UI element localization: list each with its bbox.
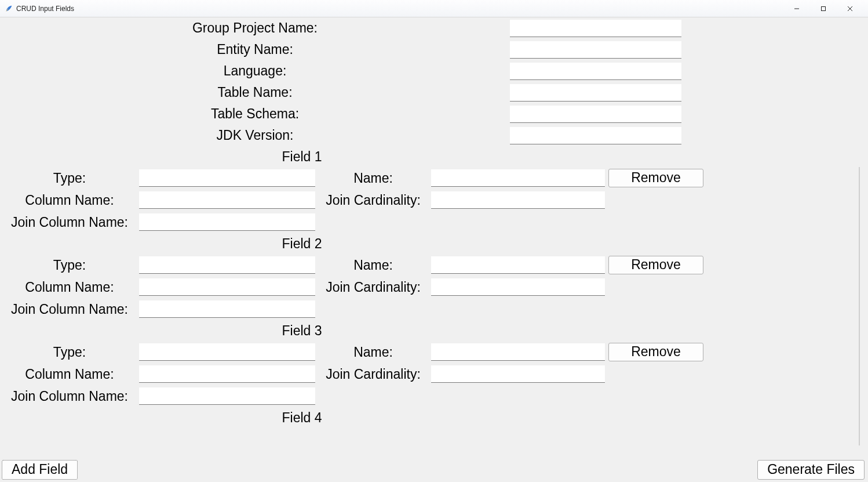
field3-input-join-cardinality[interactable] [431,365,605,383]
field1-input-column-name[interactable] [139,191,315,209]
field2-row-type-name: Type: Name: Remove [0,254,745,276]
row-entity-name: Entity Name: [0,39,745,60]
field2-label-column-name: Column Name: [0,280,139,295]
svg-rect-1 [822,6,826,10]
field2-input-column-name[interactable] [139,278,315,296]
label-group-project-name: Group Project Name: [0,20,510,36]
field3-input-column-name[interactable] [139,365,315,383]
field2-label-join-column-name: Join Column Name: [0,302,139,317]
input-table-schema[interactable] [510,106,681,123]
field-header-1: Field 1 [0,146,604,167]
field1-row-type-name: Type: Name: Remove [0,167,745,189]
field2-label-name: Name: [315,258,431,273]
field1-input-name[interactable] [431,169,605,187]
field3-row-column-join: Column Name: Join Cardinality: [0,363,745,385]
field2-row-column-join: Column Name: Join Cardinality: [0,276,745,298]
field-header-3: Field 3 [0,320,604,341]
row-table-name: Table Name: [0,82,745,103]
field1-input-join-column-name[interactable] [139,213,315,231]
add-field-button[interactable]: Add Field [2,460,78,480]
field2-input-join-column-name[interactable] [139,300,315,318]
scrollbar-track[interactable] [859,167,860,445]
window-title: CRUD Input Fields [16,5,74,13]
input-group-project-name[interactable] [510,20,681,37]
field1-label-join-column-name: Join Column Name: [0,215,139,230]
field2-input-name[interactable] [431,256,605,274]
field2-label-type: Type: [0,258,139,273]
label-entity-name: Entity Name: [0,42,510,57]
field3-label-column-name: Column Name: [0,367,139,382]
field2-input-join-cardinality[interactable] [431,278,605,296]
field3-label-join-column-name: Join Column Name: [0,389,139,404]
field-header-2: Field 2 [0,233,604,254]
field3-input-type[interactable] [139,343,315,361]
content-area: Group Project Name: Entity Name: Languag… [0,17,868,482]
field2-input-type[interactable] [139,256,315,274]
window-maximize-button[interactable] [810,0,837,17]
field3-row-joincol: Join Column Name: [0,385,745,407]
input-entity-name[interactable] [510,41,681,59]
field-header-4: Field 4 [0,407,604,428]
row-language: Language: [0,60,745,82]
field1-label-join-cardinality: Join Cardinality: [315,193,431,208]
field1-row-column-join: Column Name: Join Cardinality: [0,189,745,211]
field3-input-name[interactable] [431,343,605,361]
label-table-schema: Table Schema: [0,106,510,122]
field3-label-join-cardinality: Join Cardinality: [315,367,431,382]
field1-input-type[interactable] [139,169,315,187]
field2-row-joincol: Join Column Name: [0,298,745,320]
app-feather-icon [5,5,13,13]
window-minimize-button[interactable] [783,0,810,17]
input-table-name[interactable] [510,84,681,102]
field3-row-type-name: Type: Name: Remove [0,341,745,363]
field2-label-join-cardinality: Join Cardinality: [315,280,431,295]
label-jdk-version: JDK Version: [0,128,510,143]
field1-input-join-cardinality[interactable] [431,191,605,209]
input-language[interactable] [510,63,681,80]
field3-label-type: Type: [0,345,139,360]
field3-input-join-column-name[interactable] [139,387,315,405]
field3-label-name: Name: [315,345,431,360]
label-table-name: Table Name: [0,85,510,100]
row-jdk-version: JDK Version: [0,125,745,146]
field1-remove-button[interactable]: Remove [608,169,703,187]
label-language: Language: [0,63,510,79]
field2-remove-button[interactable]: Remove [608,256,703,274]
field1-label-name: Name: [315,171,431,186]
field1-label-type: Type: [0,171,139,186]
bottom-bar: Add Field Generate Files [0,456,868,480]
row-group-project-name: Group Project Name: [0,17,745,39]
scroll-region: Group Project Name: Entity Name: Languag… [0,17,745,451]
row-table-schema: Table Schema: [0,103,745,125]
field3-remove-button[interactable]: Remove [608,343,703,361]
input-jdk-version[interactable] [510,127,681,144]
window-close-button[interactable] [837,0,863,17]
field1-row-joincol: Join Column Name: [0,211,745,233]
generate-files-button[interactable]: Generate Files [757,460,865,480]
field1-label-column-name: Column Name: [0,193,139,208]
window-titlebar: CRUD Input Fields [0,0,868,17]
